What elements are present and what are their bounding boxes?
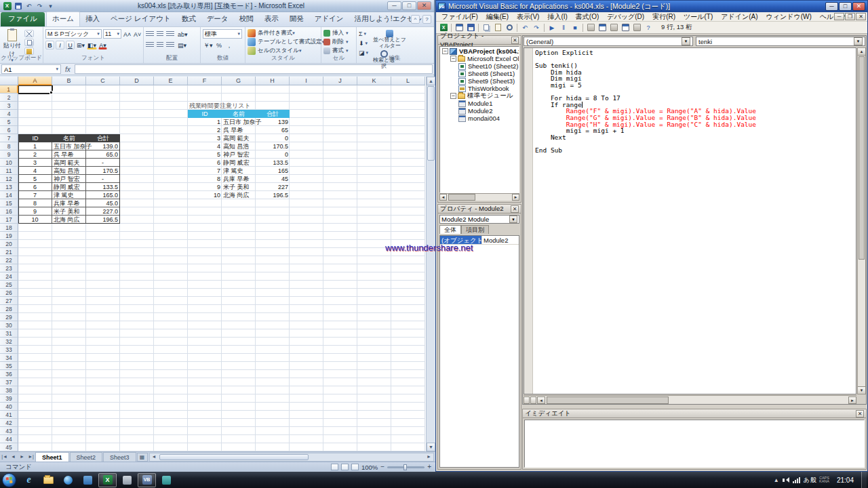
cell-H9[interactable]: 0 [256,150,290,159]
cell-C10[interactable]: - [86,159,120,167]
row-header-1[interactable]: 1 [0,85,18,94]
cell-G4[interactable]: 名前 [222,110,256,118]
cell-H7[interactable]: 0 [256,134,290,142]
ribbon-tab-校閲[interactable]: 校閲 [234,12,259,26]
currency-button[interactable]: ￥▾ [203,41,214,49]
row-header-16[interactable]: 16 [0,207,18,216]
cell-H8[interactable]: 170.5 [256,142,290,150]
cell-A9[interactable]: 2 [18,150,52,159]
insert-module-icon[interactable] [454,22,465,33]
row-header-30[interactable]: 30 [0,321,18,329]
scroll-right-icon[interactable]: ► [512,194,519,201]
cell-B8[interactable]: 五日市 加奈子 [52,142,86,150]
row-header-18[interactable]: 18 [0,224,18,232]
page-break-view-icon[interactable] [351,464,359,470]
excel-logo-icon[interactable]: X [2,1,12,11]
cell-B12[interactable]: 神戸 智宏 [52,175,86,183]
row-header-23[interactable]: 23 [0,264,18,272]
insert-function-icon[interactable]: fx [62,66,73,73]
row-header-4[interactable]: 4 [0,110,18,118]
cell-G10[interactable]: 静岡 威宏 [222,159,256,167]
tree-item-Module2[interactable]: Module2 [440,107,519,115]
property-value[interactable]: Module2 [482,236,519,244]
cell-C13[interactable]: 133.5 [86,183,120,191]
cell-H6[interactable]: 65 [256,126,290,134]
tree-item-Sheet9 (Sheet3)[interactable]: Sheet9 (Sheet3) [440,77,519,85]
expander-icon[interactable]: − [450,93,456,99]
insert-worksheet-button[interactable]: ▦ [137,453,148,462]
volume-icon[interactable] [783,477,789,483]
row-header-12[interactable]: 12 [0,175,18,183]
row-header-11[interactable]: 11 [0,167,18,175]
scroll-down-icon[interactable]: ▼ [427,443,435,451]
menu-書式(O)[interactable]: 書式(O) [572,12,603,22]
network-icon[interactable] [793,476,800,483]
row-header-2[interactable]: 2 [0,94,18,102]
row-header-37[interactable]: 37 [0,378,18,386]
cell-F8[interactable]: 4 [188,142,222,150]
italic-button[interactable]: I [56,41,64,49]
split-handle[interactable] [530,396,536,404]
taskbar-clock[interactable]: 21:04 [837,476,854,484]
font-size-combo[interactable]: 11▾ [103,29,121,39]
vba-close-button[interactable]: ✕ [852,2,865,11]
conditional-formatting-button[interactable]: 条件付き書式▾ [248,28,319,37]
properties-window-icon[interactable] [608,22,619,33]
cell-G9[interactable]: 神戸 智宏 [222,150,256,159]
menu-ツール(T)[interactable]: ツール(T) [679,12,717,22]
tree-item-標準モジュール[interactable]: −標準モジュール [440,92,519,100]
code-horizontal-scrollbar[interactable]: ◄ ► [524,395,856,404]
sheet-tab-Sheet1[interactable]: Sheet1 [35,452,69,462]
row-header-40[interactable]: 40 [0,403,18,411]
code-editor[interactable]: Option ExplicitSub tenki() Dim hida Dim … [524,47,856,394]
menu-実行(R)[interactable]: 実行(R) [648,12,679,22]
menu-表示(V)[interactable]: 表示(V) [513,12,543,22]
column-header-I[interactable]: I [290,77,323,85]
qat-dropdown-icon[interactable]: ▾ [45,1,56,11]
row-header-44[interactable]: 44 [0,435,18,443]
column-header-D[interactable]: D [120,77,154,85]
start-button[interactable] [2,473,16,487]
code-line-16[interactable]: End Sub [535,147,854,154]
cell-G14[interactable]: 北海 尚広 [222,191,256,199]
scroll-right-icon[interactable]: ► [425,453,433,461]
scroll-thumb[interactable] [448,194,475,201]
project-panel-close-icon[interactable]: ✕ [511,37,519,44]
row-header-9[interactable]: 9 [0,150,18,159]
save-icon[interactable] [465,22,476,33]
menu-編集(E)[interactable]: 編集(E) [482,12,513,22]
align-right-icon[interactable] [166,42,174,48]
zoom-out-icon[interactable]: − [380,464,384,470]
hidden-icons-chevron-icon[interactable]: ▲ [774,477,779,483]
immediate-panel-close-icon[interactable]: ✕ [856,410,864,418]
excel-title-bar[interactable]: X ↶ ↷ ▾ ks004.xls [読み取り専用] [互換モード] - Mic… [0,0,434,12]
last-sheet-icon[interactable]: ►| [26,453,35,462]
align-left-icon[interactable] [146,42,154,48]
code-line-14[interactable]: Next [535,134,854,141]
cell-B17[interactable]: 北海 尚広 [52,216,86,224]
cell-F3[interactable]: 残業時間要注意リスト [188,102,222,110]
reset-icon[interactable]: ■ [570,22,580,33]
horizontal-scrollbar[interactable]: ◄ ► [149,453,434,462]
selected-cell-A1[interactable] [18,85,53,94]
cell-A14[interactable]: 7 [18,191,52,199]
cell-A15[interactable]: 8 [18,199,52,207]
first-sheet-icon[interactable]: |◄ [0,453,9,462]
grow-font-button[interactable]: A˄ [123,30,132,39]
ribbon-tab-ホーム[interactable]: ホーム [46,12,80,26]
child-minimize-button[interactable]: ─ [834,13,844,20]
cell-H14[interactable]: 196.5 [256,191,290,199]
name-box[interactable]: A1▾ [1,64,61,74]
menu-ウィンドウ(W)[interactable]: ウィンドウ(W) [762,12,816,22]
cell-H12[interactable]: 45 [256,175,290,183]
cell-A8[interactable]: 1 [18,142,52,150]
fill-button[interactable]: ⬇▾ [359,39,368,47]
excel-close-button[interactable]: ✕ [417,1,431,10]
row-header-33[interactable]: 33 [0,346,18,354]
row-header-34[interactable]: 34 [0,354,18,362]
align-middle-icon[interactable] [157,31,163,37]
row-header-8[interactable]: 8 [0,142,18,150]
cell-C17[interactable]: 196.5 [86,216,120,224]
menu-挿入(I)[interactable]: 挿入(I) [543,12,571,22]
zoom-in-icon[interactable]: + [427,464,431,470]
